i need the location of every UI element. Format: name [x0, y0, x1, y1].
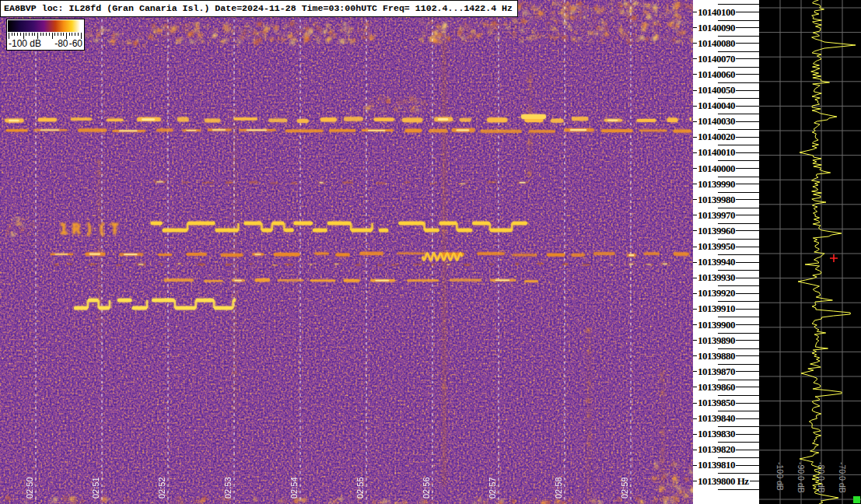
cursor-cross-icon[interactable]: [830, 254, 838, 262]
freq-tick-line: [736, 27, 759, 28]
freq-tick-line: [736, 152, 759, 153]
freq-minor-tick: [718, 223, 759, 224]
freq-minor-tick: [718, 348, 759, 349]
freq-label: 10139960: [697, 225, 736, 237]
freq-tick-row: 10139960: [693, 225, 759, 237]
freq-label: 10139900: [697, 319, 736, 331]
freq-tick-line: [736, 199, 759, 200]
freq-tick-row: 10139980: [693, 194, 759, 206]
freq-minor-tick: [718, 333, 759, 334]
freq-tick-line: [736, 324, 759, 325]
freq-tick-line: [736, 309, 759, 310]
freq-minor-tick: [718, 145, 759, 145]
freq-label: 10139910: [697, 303, 736, 315]
freq-minor-tick: [718, 301, 759, 302]
freq-label: 10140090: [697, 22, 736, 34]
freq-minor-tick: [718, 457, 759, 458]
freq-tick-row: 10140030: [693, 115, 759, 128]
freq-label: 10140000: [697, 163, 736, 175]
freq-tick-line: [736, 418, 759, 419]
freq-tick-line: [736, 403, 759, 404]
db-scale-labels: -100 dB -80 -60: [8, 39, 83, 49]
freq-label: 10139810: [697, 459, 736, 471]
spectrum-db-label: -90.0 dB: [796, 462, 806, 493]
freq-label: 10139950: [697, 240, 736, 253]
freq-tick-line: [736, 137, 759, 138]
freq-tick-row: 10139990: [693, 178, 759, 191]
freq-tick-line: [736, 230, 759, 231]
waterfall-section: 1R)(T 02:5002:5102:5202:5302:5402:5502:5…: [0, 0, 693, 504]
freq-label: 10139850: [697, 397, 736, 409]
freq-label: 10139800 Hz: [697, 475, 750, 488]
freq-tick-row: 10139820: [693, 443, 759, 456]
freq-tick-line: [736, 43, 759, 44]
freq-minor-tick: [718, 36, 759, 37]
time-label: 02:59: [620, 477, 629, 499]
frequency-axis: 1014010010140090101400801014007010140060…: [693, 0, 759, 504]
spectrum-db-label: -100 dB: [775, 462, 785, 491]
freq-tick-row: 10139800 Hz: [693, 475, 759, 488]
freq-label: 10139820: [697, 443, 736, 456]
freq-minor-tick: [718, 426, 759, 427]
freq-tick-row: 10140070: [693, 53, 759, 65]
freq-minor-tick: [718, 20, 759, 21]
freq-tick-row: 10139950: [693, 240, 759, 253]
freq-label: 10139860: [697, 381, 736, 394]
qrss-grabber-window: { "window": { "title": "EA8BVP loc: IL28…: [0, 0, 861, 504]
freq-minor-tick: [718, 4, 759, 5]
freq-tick-line: [736, 434, 759, 435]
freq-tick-row: 10140080: [693, 37, 759, 50]
freq-minor-tick: [718, 473, 759, 474]
time-label: 02:57: [488, 477, 497, 499]
freq-tick-row: 10140040: [693, 100, 759, 112]
freq-label: 10140020: [697, 131, 736, 143]
freq-tick-row: 10139880: [693, 350, 759, 362]
freq-tick-row: 10139910: [693, 303, 759, 315]
freq-minor-tick: [718, 489, 759, 490]
freq-tick-line: [736, 184, 759, 184]
freq-minor-tick: [718, 317, 759, 317]
freq-tick-line: [736, 247, 759, 247]
freq-minor-tick: [718, 98, 759, 99]
freq-minor-tick: [718, 82, 759, 83]
freq-tick-row: 10139940: [693, 256, 759, 268]
freq-tick-row: 10139830: [693, 428, 759, 440]
freq-minor-tick: [718, 67, 759, 68]
freq-minor-tick: [718, 380, 759, 380]
waterfall-canvas[interactable]: 1R)(T 02:5002:5102:5202:5302:5402:5502:5…: [0, 0, 693, 504]
freq-label: 10139930: [697, 271, 736, 284]
freq-tick-row: 10139900: [693, 319, 759, 331]
spectrum-canvas[interactable]: -100 dB-90.0 dB-80.0 dB-70.0 dB: [759, 0, 861, 504]
time-label: 02:58: [554, 477, 563, 499]
freq-label: 10139840: [697, 412, 736, 425]
color-scale-legend: -100 dB -80 -60: [6, 19, 85, 51]
freq-tick-line: [736, 121, 759, 122]
freq-tick-row: 10139860: [693, 381, 759, 394]
freq-label: 10140060: [697, 68, 736, 81]
freq-label: 10139980: [697, 194, 736, 206]
color-gradient-bar: [8, 20, 83, 32]
freq-label: 10140010: [697, 146, 736, 159]
freq-label: 10139880: [697, 350, 736, 362]
freq-minor-tick: [718, 192, 759, 193]
freq-tick-line: [736, 387, 759, 387]
freq-tick-row: 10139920: [693, 287, 759, 299]
freq-minor-tick: [718, 411, 759, 411]
freq-tick-line: [736, 465, 759, 466]
db-label-min: -100 dB: [9, 39, 41, 48]
freq-label: 10139970: [697, 209, 736, 222]
freq-label: 10139890: [697, 334, 736, 347]
signal-hell-text: 1R)(T: [59, 220, 123, 237]
freq-tick-line: [736, 293, 759, 294]
freq-tick-row: 10139850: [693, 397, 759, 409]
freq-tick-line: [736, 90, 759, 91]
freq-minor-tick: [718, 285, 759, 286]
freq-tick-line: [736, 12, 759, 12]
freq-tick-row: 10140060: [693, 68, 759, 81]
freq-tick-line: [736, 450, 759, 450]
freq-label: 10140050: [697, 84, 736, 96]
freq-tick-line: [736, 278, 759, 278]
freq-minor-tick: [718, 270, 759, 271]
freq-minor-tick: [718, 364, 759, 365]
freq-minor-tick: [718, 442, 759, 443]
